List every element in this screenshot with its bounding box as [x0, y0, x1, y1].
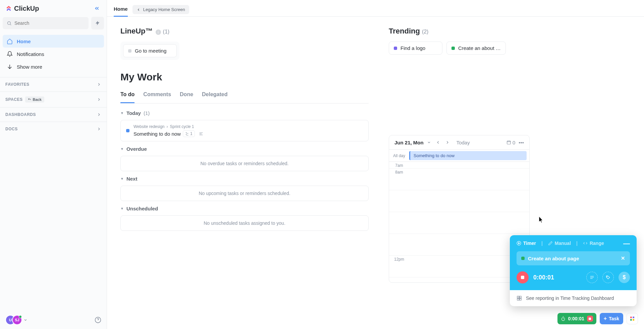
tab-delegated[interactable]: Delegated	[202, 89, 227, 103]
timer-value: 0:00:01	[533, 274, 554, 281]
section-favorites[interactable]: FAVORITES	[0, 77, 107, 91]
calendar-today-button[interactable]: Today	[457, 140, 470, 145]
group-next[interactable]: ▼ Next	[120, 176, 369, 182]
stop-icon	[521, 276, 524, 279]
clickup-logo-icon	[5, 5, 12, 12]
chevron-left-icon	[137, 8, 141, 12]
stopwatch-icon	[561, 316, 566, 321]
section-label: DASHBOARDS	[5, 112, 36, 117]
timer-tab-range[interactable]: Range	[583, 241, 604, 246]
chevron-down-icon[interactable]	[427, 140, 431, 144]
trending-task-card[interactable]: Find a logo	[389, 42, 442, 55]
mini-stop-button[interactable]	[587, 316, 593, 322]
sidebar-item-showmore[interactable]: Show more	[3, 60, 104, 73]
search-input-wrapper[interactable]	[3, 17, 89, 29]
subtask-icon	[185, 132, 189, 136]
legacy-home-button[interactable]: Legacy Home Screen	[132, 5, 189, 14]
section-docs[interactable]: DOCS	[0, 122, 107, 136]
calendar-count-badge[interactable]: 0	[506, 140, 515, 145]
dashboard-icon	[517, 295, 522, 301]
note-button[interactable]	[586, 272, 598, 283]
search-input[interactable]	[14, 20, 85, 26]
task-card-title: Create an about …	[458, 45, 501, 51]
status-square-icon	[521, 257, 525, 260]
info-icon[interactable]: i	[156, 29, 161, 35]
tab-home[interactable]: Home	[114, 3, 128, 17]
task-row[interactable]: Website redesign › Sprint cycle 1 Someth…	[120, 120, 369, 141]
group-today[interactable]: ▼ Today (1)	[120, 110, 369, 116]
empty-state: No overdue tasks or reminders scheduled.	[120, 156, 369, 171]
svg-rect-6	[520, 296, 521, 298]
triangle-down-icon: ▼	[120, 177, 124, 181]
svg-point-0	[8, 21, 11, 24]
timer-chip[interactable]: 0:00:01	[557, 313, 596, 324]
new-task-button[interactable]: + Task	[600, 313, 623, 324]
collapse-sidebar-button[interactable]	[93, 4, 101, 13]
sidebar-item-home[interactable]: Home	[3, 35, 104, 48]
workspace-avatars[interactable]: U SJ	[5, 315, 22, 325]
svg-rect-12	[630, 319, 632, 321]
undo-icon	[28, 98, 31, 101]
lineup-task-card[interactable]: Go to meeting	[123, 44, 177, 57]
tag-button[interactable]	[602, 272, 614, 283]
hour-label	[389, 212, 409, 234]
empty-state: No unscheduled tasks assigned to you.	[120, 215, 369, 231]
hour-label: 7am	[389, 162, 409, 168]
task-title: Something to do now	[133, 131, 181, 137]
status-square-icon	[126, 129, 129, 132]
apps-button[interactable]	[627, 313, 638, 324]
calendar-next[interactable]	[444, 139, 451, 145]
triangle-down-icon: ▼	[120, 111, 124, 115]
triangle-down-icon: ▼	[120, 207, 124, 210]
sidebar-item-notifications[interactable]: Notifications	[3, 48, 104, 60]
plus-icon: +	[604, 316, 607, 322]
calendar-prev[interactable]	[434, 139, 442, 145]
bell-icon	[7, 51, 13, 57]
description-icon[interactable]	[197, 131, 205, 137]
calendar-more-button[interactable]: •••	[519, 140, 524, 145]
hour-label	[389, 234, 409, 255]
hour-label: 8am	[389, 169, 409, 190]
trending-task-card[interactable]: Create an about …	[446, 42, 506, 55]
calendar-date[interactable]: Jun 21, Mon	[394, 140, 424, 145]
status-square-icon	[394, 47, 397, 50]
help-button[interactable]	[95, 317, 101, 323]
avatar: SJ	[12, 315, 22, 325]
group-overdue[interactable]: ▼ Overdue	[120, 146, 369, 152]
section-label: DOCS	[5, 127, 18, 131]
calendar-icon	[506, 140, 511, 145]
trending-title: Trending	[389, 27, 420, 36]
hour-label	[389, 190, 409, 212]
billable-button[interactable]: $	[619, 272, 630, 283]
tab-comments[interactable]: Comments	[143, 89, 171, 103]
svg-point-4	[607, 276, 607, 277]
status-square-icon	[451, 47, 455, 50]
svg-rect-13	[633, 319, 634, 321]
reporting-link[interactable]: See reporting in Time Tracking Dashboard	[510, 290, 637, 306]
allday-event[interactable]: Something to do now	[409, 151, 527, 160]
section-label: SPACES	[5, 97, 22, 102]
group-unscheduled[interactable]: ▼ Unscheduled	[120, 206, 369, 211]
timer-task-pill[interactable]: Create an about page ✕	[517, 251, 630, 265]
trending-count: (2)	[422, 29, 429, 35]
tab-done[interactable]: Done	[180, 89, 193, 103]
close-icon[interactable]: ✕	[621, 255, 625, 261]
play-circle-icon	[517, 241, 521, 246]
stop-timer-button[interactable]	[517, 271, 529, 283]
timer-tab-timer[interactable]: Timer	[517, 241, 536, 246]
logo[interactable]: ClickUp	[5, 5, 39, 12]
hour-label: 12pm	[389, 256, 409, 277]
back-pill[interactable]: Back	[25, 96, 44, 103]
chevron-down-icon[interactable]	[23, 318, 28, 322]
note-icon	[590, 275, 594, 280]
section-dashboards[interactable]: DASHBOARDS	[0, 107, 107, 122]
lineup-title: LineUp™	[120, 27, 153, 36]
timer-tab-manual[interactable]: Manual	[548, 241, 571, 246]
mywork-title: My Work	[120, 71, 369, 83]
section-spaces[interactable]: SPACES Back	[0, 91, 107, 107]
tab-todo[interactable]: To do	[120, 89, 135, 103]
chevron-right-icon	[97, 127, 101, 131]
subtask-count[interactable]: 1	[183, 130, 195, 137]
quick-action-button[interactable]	[91, 17, 104, 29]
status-square-icon	[128, 49, 131, 53]
